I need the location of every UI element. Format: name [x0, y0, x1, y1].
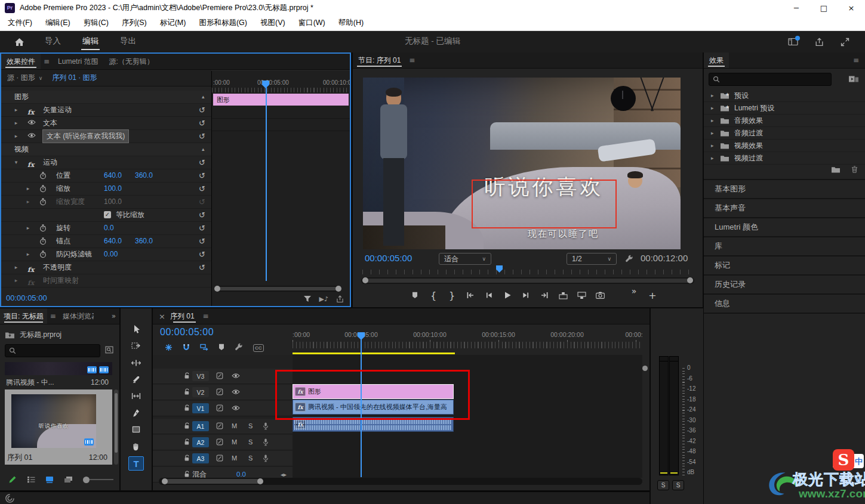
effect-row[interactable]: ▸文本↺: [1, 117, 211, 130]
settings-wrench-icon[interactable]: [625, 255, 633, 263]
solo-button[interactable]: S: [672, 480, 684, 490]
menubar-item[interactable]: 序列(S): [115, 16, 153, 30]
chevron-down-icon[interactable]: ▾: [13, 156, 19, 169]
track-header-A1[interactable]: A1MS: [153, 419, 293, 434]
work-area-bar[interactable]: [293, 353, 455, 354]
clip-target-label[interactable]: 序列 01 · 图形: [52, 73, 97, 83]
solo-button[interactable]: S: [248, 451, 253, 466]
clip-source-label[interactable]: 源 · 图形: [7, 73, 35, 83]
effect-row[interactable]: 锚点640.0360.0↺: [1, 235, 211, 248]
chevron-right-icon[interactable]: ▸: [25, 222, 31, 234]
zoom-handle[interactable]: [214, 286, 220, 292]
track-name[interactable]: A2: [192, 437, 209, 447]
sync-lock-icon[interactable]: [216, 404, 223, 412]
tab-effect-controls[interactable]: 效果控件: [1, 54, 41, 69]
effects-folder-预设[interactable]: ▸★预设: [704, 89, 865, 102]
track-header-V3[interactable]: V3: [153, 369, 293, 384]
track-header-V2[interactable]: V2: [153, 385, 293, 400]
lock-icon[interactable]: [184, 471, 190, 478]
audio-usage-badge[interactable]: [99, 366, 109, 373]
track-name[interactable]: V2: [192, 387, 209, 397]
tab-effects[interactable]: 效果: [704, 52, 729, 68]
tab-基本声音[interactable]: 基本声音: [704, 198, 865, 217]
track-output-eye-icon[interactable]: [232, 373, 240, 379]
fullscreen-icon[interactable]: [841, 38, 849, 47]
play-icon[interactable]: [503, 291, 512, 299]
tab-media-browser[interactable]: 媒体浏览器: [59, 308, 94, 324]
tab-lumetri-scopes[interactable]: Lumetri 范围: [53, 54, 103, 69]
panel-menu-icon[interactable]: ≡: [406, 56, 418, 64]
effect-row[interactable]: ▸旋转0.0↺: [1, 222, 211, 235]
effects-folder-Lumetri 预设[interactable]: ▸★Lumetri 预设: [704, 102, 865, 115]
lock-icon[interactable]: [184, 422, 190, 429]
effect-value[interactable]: 100.0: [104, 196, 122, 208]
stopwatch-icon[interactable]: [39, 237, 47, 245]
mark-out-icon[interactable]: }: [447, 290, 457, 301]
breadcrumb[interactable]: 无标题.prproj: [5, 328, 61, 341]
effect-value[interactable]: 0.0: [104, 222, 114, 234]
program-scrollbar[interactable]: [361, 277, 694, 284]
menubar-item[interactable]: 窗口(W): [292, 16, 332, 30]
sync-lock-icon[interactable]: [216, 372, 223, 379]
type-tool[interactable]: T: [128, 456, 144, 471]
track-lane-A2[interactable]: [293, 432, 642, 447]
reset-icon[interactable]: ↺: [199, 248, 205, 261]
extract-icon[interactable]: [577, 292, 586, 299]
effect-value[interactable]: 640.0: [104, 169, 122, 182]
ripple-edit-tool[interactable]: [129, 356, 143, 369]
captions-icon[interactable]: CC: [253, 343, 264, 351]
mic-icon[interactable]: [263, 422, 269, 430]
solo-button[interactable]: S: [248, 435, 253, 450]
tab-project[interactable]: 项目: 无标题: [0, 308, 47, 324]
linked-selection-icon[interactable]: [200, 344, 208, 351]
tab-库[interactable]: 库: [704, 236, 865, 255]
effect-group-视频[interactable]: 视频▴: [1, 143, 211, 156]
eye-icon[interactable]: [27, 132, 36, 138]
reset-icon[interactable]: ↺: [199, 117, 205, 129]
menubar-item[interactable]: 编辑(E): [39, 16, 77, 30]
step-forward-icon[interactable]: [521, 292, 531, 299]
vertical-scroll-handle[interactable]: [642, 366, 648, 371]
zoom-slider[interactable]: [83, 477, 113, 483]
snap-icon[interactable]: [183, 344, 190, 351]
menubar-item[interactable]: 视图(V): [254, 16, 292, 30]
minimize-button[interactable]: ─: [783, 0, 810, 16]
item-label[interactable]: 腾讯视频 - 中...: [6, 378, 54, 386]
stopwatch-icon[interactable]: [39, 198, 47, 206]
panel-menu-icon[interactable]: ≡: [200, 312, 212, 320]
track-name[interactable]: V3: [192, 371, 209, 381]
effect-row[interactable]: ▾fx运动↺: [1, 156, 211, 169]
effect-group-图形[interactable]: 图形▴: [1, 91, 211, 104]
track-header-A3[interactable]: A3MS: [153, 451, 293, 466]
add-button-icon[interactable]: +: [648, 290, 657, 301]
effect-row[interactable]: ▸fx时间重映射: [1, 274, 211, 287]
stopwatch-icon[interactable]: [39, 224, 47, 232]
workspace-tab-导入[interactable]: 导入: [34, 31, 72, 52]
collapse-icon[interactable]: ▴: [202, 143, 205, 156]
lock-icon[interactable]: [184, 454, 190, 462]
horizontal-zoom-scrollbar[interactable]: [159, 478, 642, 485]
chevron-right-icon[interactable]: ▸: [13, 130, 19, 143]
effects-folder-视频效果[interactable]: ▸视频效果: [704, 140, 865, 152]
tab-历史记录[interactable]: 历史记录: [704, 274, 865, 293]
tab-基本图形[interactable]: 基本图形: [704, 179, 865, 198]
home-icon[interactable]: [14, 38, 24, 47]
program-monitor-video[interactable]: 听说你喜欢 现在可以睡了吧: [363, 78, 681, 249]
reset-icon[interactable]: ↺: [199, 222, 205, 234]
go-to-out-icon[interactable]: [540, 292, 549, 299]
tab-信息[interactable]: 信息: [704, 293, 865, 314]
chevron-right-icon[interactable]: ▸: [25, 196, 31, 208]
playhead-line[interactable]: [266, 85, 267, 281]
track-name[interactable]: A3: [192, 453, 209, 463]
track-name[interactable]: V1: [192, 403, 209, 413]
collapse-icon[interactable]: ▴: [202, 91, 205, 103]
video-usage-badge[interactable]: [87, 366, 97, 373]
panel-menu-icon[interactable]: ≡: [41, 57, 53, 66]
effects-folder-音频效果[interactable]: ▸音频效果: [704, 115, 865, 127]
sync-lock-icon[interactable]: [216, 422, 223, 429]
effect-value[interactable]: 0.00: [104, 248, 118, 261]
effect-row[interactable]: ▸防闪烁滤镜0.00↺: [1, 248, 211, 261]
reset-icon[interactable]: ↺: [199, 130, 205, 143]
nest-insert-icon[interactable]: [165, 344, 173, 351]
reset-icon[interactable]: ↺: [199, 261, 205, 274]
